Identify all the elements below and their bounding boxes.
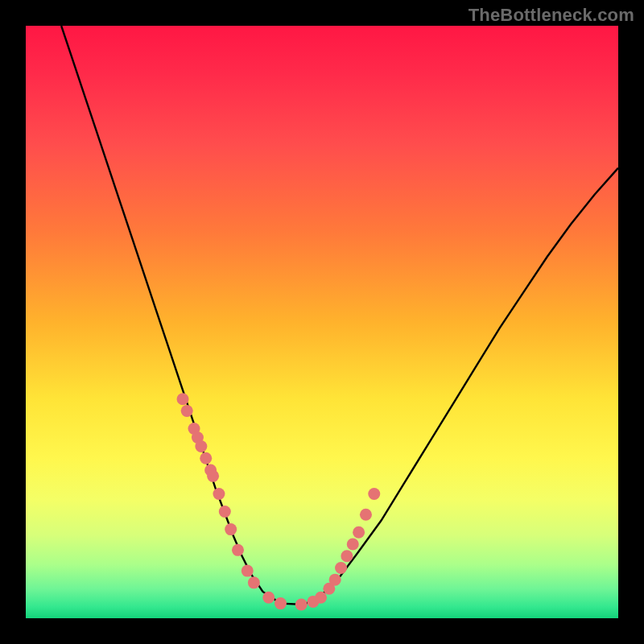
sample-dot [341,550,353,562]
sample-dot [347,539,359,551]
sample-dot [353,526,365,539]
sample-dot [368,488,380,500]
sample-dot [219,506,231,518]
sample-dot [248,576,260,588]
sample-dot [232,544,244,556]
chart-stage: TheBottleneck.com [0,0,644,644]
sample-dot [207,470,219,482]
sample-dot [335,562,347,574]
sample-dot [213,488,225,500]
sample-dot [262,592,275,604]
sample-dot [275,597,287,609]
sample-dot [225,523,237,535]
sample-dot [242,565,254,577]
sample-dot [177,393,189,405]
gradient-panel [26,26,618,618]
sample-dot [329,574,341,586]
bottleneck-chart [0,0,644,644]
sample-dot [195,440,207,452]
sample-dot [181,405,193,417]
sample-dot [295,599,308,611]
sample-dot [200,452,212,464]
sample-dot [360,509,372,521]
sample-dot [315,592,327,604]
